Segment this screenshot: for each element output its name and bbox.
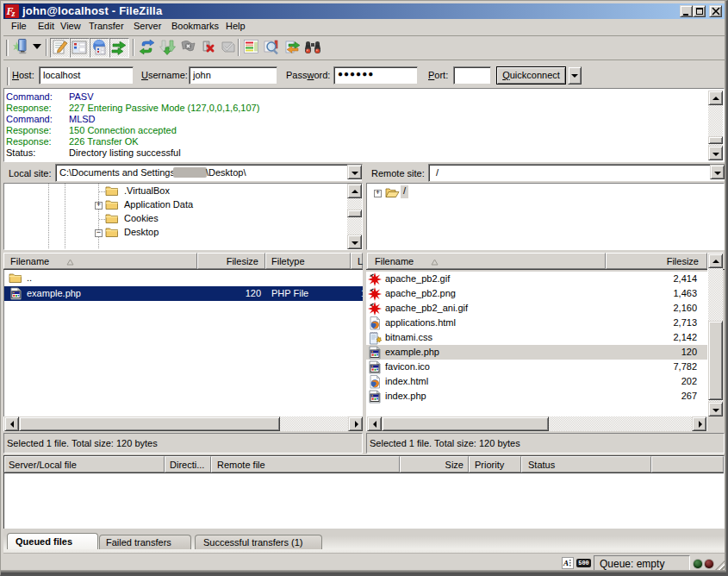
svg-text:z: z [11,9,16,18]
svg-text:A: A [563,559,569,567]
